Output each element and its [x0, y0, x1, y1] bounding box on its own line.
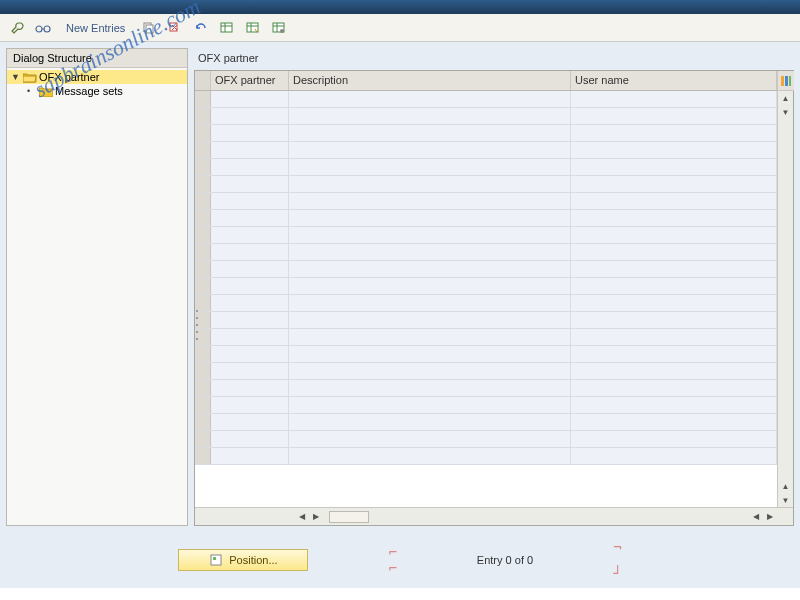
table-row[interactable]: [195, 380, 777, 397]
cell-description[interactable]: [289, 108, 571, 124]
cell-user-name[interactable]: [571, 193, 777, 209]
cell-description[interactable]: [289, 159, 571, 175]
cell-ofx-partner[interactable]: [211, 295, 289, 311]
tree-item-ofx-partner[interactable]: ▼ OFX partner: [7, 70, 187, 84]
cell-description[interactable]: [289, 278, 571, 294]
cell-description[interactable]: [289, 244, 571, 260]
row-selector[interactable]: [195, 414, 211, 430]
cell-description[interactable]: [289, 261, 571, 277]
scroll-right-icon[interactable]: ▶: [309, 510, 323, 524]
table-row[interactable]: [195, 125, 777, 142]
row-selector[interactable]: [195, 244, 211, 260]
row-selector[interactable]: [195, 125, 211, 141]
scroll-up-icon[interactable]: ▲: [779, 479, 793, 493]
cell-user-name[interactable]: [571, 244, 777, 260]
tree-item-message-sets[interactable]: • Message sets: [7, 84, 187, 98]
cell-description[interactable]: [289, 329, 571, 345]
table-row[interactable]: [195, 159, 777, 176]
cell-description[interactable]: [289, 142, 571, 158]
table-row[interactable]: [195, 329, 777, 346]
cell-user-name[interactable]: [571, 108, 777, 124]
cell-ofx-partner[interactable]: [211, 125, 289, 141]
cell-user-name[interactable]: [571, 431, 777, 447]
table-row[interactable]: [195, 142, 777, 159]
wrench-icon[interactable]: [6, 18, 28, 38]
row-selector[interactable]: [195, 346, 211, 362]
table-row[interactable]: [195, 91, 777, 108]
cell-user-name[interactable]: [571, 448, 777, 464]
row-selector[interactable]: [195, 91, 211, 107]
table-row[interactable]: [195, 278, 777, 295]
cell-ofx-partner[interactable]: [211, 312, 289, 328]
cell-ofx-partner[interactable]: [211, 380, 289, 396]
scroll-left-icon[interactable]: ◀: [749, 510, 763, 524]
row-selector[interactable]: [195, 431, 211, 447]
cell-user-name[interactable]: [571, 295, 777, 311]
cell-user-name[interactable]: [571, 261, 777, 277]
row-selector[interactable]: [195, 397, 211, 413]
cell-description[interactable]: [289, 397, 571, 413]
cell-description[interactable]: [289, 363, 571, 379]
cell-user-name[interactable]: [571, 414, 777, 430]
table-row[interactable]: [195, 431, 777, 448]
table-row[interactable]: [195, 227, 777, 244]
row-selector[interactable]: [195, 176, 211, 192]
cell-ofx-partner[interactable]: [211, 193, 289, 209]
cell-user-name[interactable]: [571, 397, 777, 413]
table-row[interactable]: [195, 108, 777, 125]
cell-description[interactable]: [289, 176, 571, 192]
row-selector-header[interactable]: [195, 71, 211, 90]
cell-ofx-partner[interactable]: [211, 227, 289, 243]
cell-ofx-partner[interactable]: [211, 261, 289, 277]
scissors-icon[interactable]: [163, 18, 185, 38]
row-selector[interactable]: [195, 108, 211, 124]
cell-user-name[interactable]: [571, 125, 777, 141]
cell-description[interactable]: [289, 346, 571, 362]
copy-icon[interactable]: [137, 18, 159, 38]
table-row[interactable]: [195, 295, 777, 312]
cell-ofx-partner[interactable]: [211, 142, 289, 158]
row-selector[interactable]: [195, 261, 211, 277]
table-row[interactable]: [195, 193, 777, 210]
scroll-left-icon[interactable]: ◀: [295, 510, 309, 524]
row-selector[interactable]: [195, 380, 211, 396]
table-row[interactable]: [195, 346, 777, 363]
cell-ofx-partner[interactable]: [211, 108, 289, 124]
cell-ofx-partner[interactable]: [211, 159, 289, 175]
cell-description[interactable]: [289, 295, 571, 311]
table-row[interactable]: [195, 414, 777, 431]
cell-user-name[interactable]: [571, 278, 777, 294]
cell-user-name[interactable]: [571, 91, 777, 107]
cell-user-name[interactable]: [571, 210, 777, 226]
cell-user-name[interactable]: [571, 176, 777, 192]
cell-ofx-partner[interactable]: [211, 329, 289, 345]
row-selector[interactable]: [195, 278, 211, 294]
row-selector[interactable]: [195, 159, 211, 175]
row-selector[interactable]: [195, 210, 211, 226]
scroll-right-icon[interactable]: ▶: [763, 510, 777, 524]
scroll-down-icon[interactable]: ▼: [779, 105, 793, 119]
scroll-thumb[interactable]: [329, 511, 369, 523]
scroll-up-icon[interactable]: ▲: [779, 91, 793, 105]
table-row[interactable]: [195, 210, 777, 227]
column-header-user-name[interactable]: User name: [571, 71, 777, 90]
cell-description[interactable]: [289, 210, 571, 226]
cell-description[interactable]: [289, 380, 571, 396]
cell-user-name[interactable]: [571, 227, 777, 243]
cell-ofx-partner[interactable]: [211, 397, 289, 413]
cell-description[interactable]: [289, 431, 571, 447]
row-selector[interactable]: [195, 193, 211, 209]
row-selector[interactable]: [195, 227, 211, 243]
table-row[interactable]: [195, 312, 777, 329]
position-button[interactable]: Position...: [178, 549, 308, 571]
cell-ofx-partner[interactable]: [211, 448, 289, 464]
cell-ofx-partner[interactable]: [211, 176, 289, 192]
cell-user-name[interactable]: [571, 312, 777, 328]
horizontal-scrollbar[interactable]: ◀ ▶ ◀ ▶: [195, 507, 793, 525]
cell-user-name[interactable]: [571, 142, 777, 158]
glasses-icon[interactable]: [32, 18, 54, 38]
cell-ofx-partner[interactable]: [211, 210, 289, 226]
cell-ofx-partner[interactable]: [211, 244, 289, 260]
expand-icon[interactable]: ▼: [11, 72, 21, 82]
cell-user-name[interactable]: [571, 159, 777, 175]
